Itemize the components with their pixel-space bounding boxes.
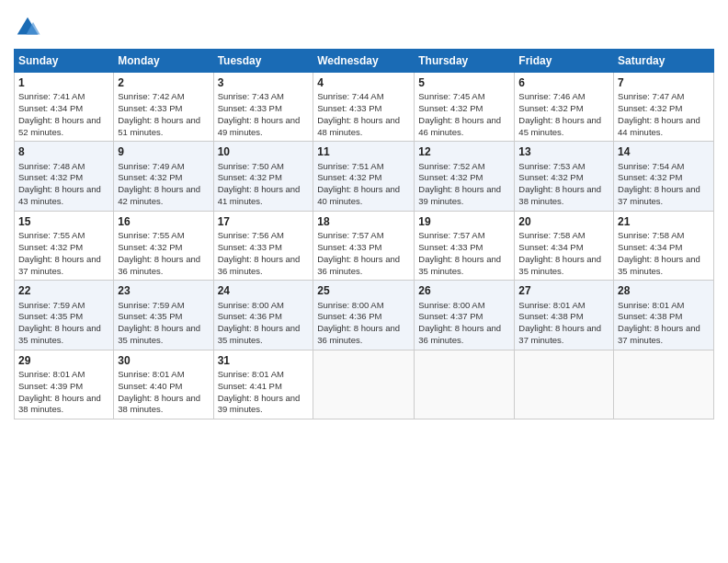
day-number: 5 — [418, 75, 510, 90]
calendar-cell: 28Sunrise: 8:01 AM Sunset: 4:38 PM Dayli… — [614, 281, 714, 350]
day-info: Sunrise: 7:58 AM Sunset: 4:34 PM Dayligh… — [518, 230, 609, 277]
day-number: 19 — [418, 214, 510, 229]
calendar-cell: 7Sunrise: 7:47 AM Sunset: 4:32 PM Daylig… — [614, 73, 714, 142]
day-number: 22 — [18, 283, 109, 298]
day-info: Sunrise: 8:01 AM Sunset: 4:39 PM Dayligh… — [18, 369, 109, 416]
day-info: Sunrise: 7:44 AM Sunset: 4:33 PM Dayligh… — [317, 91, 410, 138]
day-info: Sunrise: 7:51 AM Sunset: 4:32 PM Dayligh… — [317, 161, 410, 208]
day-number: 1 — [18, 75, 109, 90]
calendar-cell: 12Sunrise: 7:52 AM Sunset: 4:32 PM Dayli… — [415, 142, 515, 211]
day-number: 31 — [218, 353, 310, 368]
calendar-cell: 23Sunrise: 7:59 AM Sunset: 4:35 PM Dayli… — [114, 281, 213, 350]
calendar-week-row: 15Sunrise: 7:55 AM Sunset: 4:32 PM Dayli… — [15, 211, 714, 280]
calendar-cell: 19Sunrise: 7:57 AM Sunset: 4:33 PM Dayli… — [415, 211, 515, 280]
calendar-cell: 1Sunrise: 7:41 AM Sunset: 4:34 PM Daylig… — [15, 73, 114, 142]
day-number: 27 — [518, 283, 609, 298]
calendar-week-row: 29Sunrise: 8:01 AM Sunset: 4:39 PM Dayli… — [15, 350, 714, 419]
weekday-header: Tuesday — [213, 50, 313, 73]
day-info: Sunrise: 8:01 AM Sunset: 4:38 PM Dayligh… — [618, 300, 710, 347]
day-info: Sunrise: 7:54 AM Sunset: 4:32 PM Dayligh… — [618, 161, 710, 208]
day-info: Sunrise: 7:42 AM Sunset: 4:33 PM Dayligh… — [118, 91, 209, 138]
calendar-cell: 13Sunrise: 7:53 AM Sunset: 4:32 PM Dayli… — [515, 142, 614, 211]
day-info: Sunrise: 7:53 AM Sunset: 4:32 PM Dayligh… — [518, 161, 609, 208]
calendar-cell: 20Sunrise: 7:58 AM Sunset: 4:34 PM Dayli… — [515, 211, 614, 280]
weekday-header: Wednesday — [313, 50, 415, 73]
day-info: Sunrise: 7:59 AM Sunset: 4:35 PM Dayligh… — [118, 300, 209, 347]
calendar-week-row: 8Sunrise: 7:48 AM Sunset: 4:32 PM Daylig… — [15, 142, 714, 211]
day-number: 4 — [317, 75, 410, 90]
header — [14, 9, 714, 41]
day-info: Sunrise: 7:43 AM Sunset: 4:33 PM Dayligh… — [218, 91, 310, 138]
day-number: 15 — [18, 214, 109, 229]
weekday-header: Saturday — [614, 50, 714, 73]
day-info: Sunrise: 7:46 AM Sunset: 4:32 PM Dayligh… — [518, 91, 609, 138]
calendar-cell: 24Sunrise: 8:00 AM Sunset: 4:36 PM Dayli… — [213, 281, 313, 350]
calendar-cell: 21Sunrise: 7:58 AM Sunset: 4:34 PM Dayli… — [614, 211, 714, 280]
day-info: Sunrise: 8:00 AM Sunset: 4:36 PM Dayligh… — [218, 300, 310, 347]
day-number: 9 — [118, 144, 209, 159]
calendar-cell: 4Sunrise: 7:44 AM Sunset: 4:33 PM Daylig… — [313, 73, 415, 142]
weekday-header: Friday — [515, 50, 614, 73]
calendar-cell: 11Sunrise: 7:51 AM Sunset: 4:32 PM Dayli… — [313, 142, 415, 211]
day-number: 25 — [317, 283, 410, 298]
day-info: Sunrise: 7:59 AM Sunset: 4:35 PM Dayligh… — [18, 300, 109, 347]
day-info: Sunrise: 8:00 AM Sunset: 4:37 PM Dayligh… — [418, 300, 510, 347]
day-number: 3 — [218, 75, 310, 90]
calendar-table: SundayMondayTuesdayWednesdayThursdayFrid… — [14, 49, 714, 419]
day-info: Sunrise: 7:48 AM Sunset: 4:32 PM Dayligh… — [18, 161, 109, 208]
day-number: 12 — [418, 144, 510, 159]
day-info: Sunrise: 7:58 AM Sunset: 4:34 PM Dayligh… — [618, 230, 710, 277]
calendar-cell: 14Sunrise: 7:54 AM Sunset: 4:32 PM Dayli… — [614, 142, 714, 211]
calendar-cell — [515, 350, 614, 419]
day-info: Sunrise: 8:01 AM Sunset: 4:41 PM Dayligh… — [218, 369, 310, 416]
calendar-cell — [313, 350, 415, 419]
day-number: 6 — [518, 75, 609, 90]
calendar-cell: 8Sunrise: 7:48 AM Sunset: 4:32 PM Daylig… — [15, 142, 114, 211]
page: SundayMondayTuesdayWednesdayThursdayFrid… — [0, 0, 728, 563]
calendar-week-row: 22Sunrise: 7:59 AM Sunset: 4:35 PM Dayli… — [15, 281, 714, 350]
calendar-cell: 16Sunrise: 7:55 AM Sunset: 4:32 PM Dayli… — [114, 211, 213, 280]
calendar-cell: 25Sunrise: 8:00 AM Sunset: 4:36 PM Dayli… — [313, 281, 415, 350]
calendar-cell: 26Sunrise: 8:00 AM Sunset: 4:37 PM Dayli… — [415, 281, 515, 350]
calendar-cell: 6Sunrise: 7:46 AM Sunset: 4:32 PM Daylig… — [515, 73, 614, 142]
calendar-cell: 27Sunrise: 8:01 AM Sunset: 4:38 PM Dayli… — [515, 281, 614, 350]
calendar-cell: 10Sunrise: 7:50 AM Sunset: 4:32 PM Dayli… — [213, 142, 313, 211]
day-info: Sunrise: 7:55 AM Sunset: 4:32 PM Dayligh… — [118, 230, 209, 277]
day-info: Sunrise: 7:49 AM Sunset: 4:32 PM Dayligh… — [118, 161, 209, 208]
day-info: Sunrise: 8:01 AM Sunset: 4:40 PM Dayligh… — [118, 369, 209, 416]
calendar-cell: 9Sunrise: 7:49 AM Sunset: 4:32 PM Daylig… — [114, 142, 213, 211]
day-info: Sunrise: 7:50 AM Sunset: 4:32 PM Dayligh… — [218, 161, 310, 208]
day-number: 7 — [618, 75, 710, 90]
calendar-cell: 15Sunrise: 7:55 AM Sunset: 4:32 PM Dayli… — [15, 211, 114, 280]
calendar-week-row: 1Sunrise: 7:41 AM Sunset: 4:34 PM Daylig… — [15, 73, 714, 142]
day-info: Sunrise: 7:45 AM Sunset: 4:32 PM Dayligh… — [418, 91, 510, 138]
calendar-cell — [415, 350, 515, 419]
day-number: 29 — [18, 353, 109, 368]
day-number: 10 — [218, 144, 310, 159]
weekday-header: Sunday — [15, 50, 114, 73]
calendar-cell — [614, 350, 714, 419]
calendar-cell: 17Sunrise: 7:56 AM Sunset: 4:33 PM Dayli… — [213, 211, 313, 280]
day-number: 16 — [118, 214, 209, 229]
calendar-cell: 31Sunrise: 8:01 AM Sunset: 4:41 PM Dayli… — [213, 350, 313, 419]
day-info: Sunrise: 8:01 AM Sunset: 4:38 PM Dayligh… — [518, 300, 609, 347]
calendar-cell: 30Sunrise: 8:01 AM Sunset: 4:40 PM Dayli… — [114, 350, 213, 419]
day-number: 8 — [18, 144, 109, 159]
day-info: Sunrise: 8:00 AM Sunset: 4:36 PM Dayligh… — [317, 300, 410, 347]
day-info: Sunrise: 7:47 AM Sunset: 4:32 PM Dayligh… — [618, 91, 710, 138]
day-info: Sunrise: 7:41 AM Sunset: 4:34 PM Dayligh… — [18, 91, 109, 138]
day-info: Sunrise: 7:56 AM Sunset: 4:33 PM Dayligh… — [218, 230, 310, 277]
logo — [14, 14, 45, 41]
logo-icon — [14, 14, 41, 41]
day-number: 24 — [218, 283, 310, 298]
day-info: Sunrise: 7:55 AM Sunset: 4:32 PM Dayligh… — [18, 230, 109, 277]
calendar-header-row: SundayMondayTuesdayWednesdayThursdayFrid… — [15, 50, 714, 73]
weekday-header: Thursday — [415, 50, 515, 73]
calendar-cell: 2Sunrise: 7:42 AM Sunset: 4:33 PM Daylig… — [114, 73, 213, 142]
day-number: 23 — [118, 283, 209, 298]
day-number: 21 — [618, 214, 710, 229]
day-number: 28 — [618, 283, 710, 298]
calendar-cell: 22Sunrise: 7:59 AM Sunset: 4:35 PM Dayli… — [15, 281, 114, 350]
day-number: 14 — [618, 144, 710, 159]
day-number: 30 — [118, 353, 209, 368]
